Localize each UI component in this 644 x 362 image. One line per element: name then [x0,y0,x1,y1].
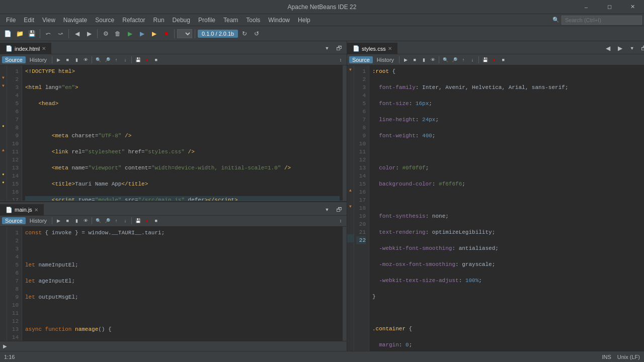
css-code-content[interactable]: :root { font-family: Inter, Avenir, Helv… [369,65,644,351]
open-button[interactable]: 📁 [14,28,25,39]
et-btn-5[interactable]: 🔍 [94,56,102,64]
et-btn-8[interactable]: ↓ [121,56,129,64]
tab-styles-css-close[interactable]: ✕ [388,46,392,51]
js-toggle-btn[interactable]: ↕ [337,217,345,225]
js-et-10[interactable]: ■ [152,217,160,225]
css-et-10[interactable]: ■ [499,56,507,64]
run-project-button[interactable]: ▶ [124,28,135,39]
js-tab-action-1[interactable]: ▼ [321,204,333,215]
maximize-button[interactable]: ◻ [598,0,621,14]
project-selector[interactable] [177,29,192,38]
css-tab-action[interactable]: ▼ [626,43,637,54]
refresh-button[interactable]: ↻ [239,28,250,39]
save-button[interactable]: 💾 [26,28,37,39]
js-source-btn[interactable]: Source [2,217,26,224]
js-history-btn[interactable]: History [27,217,50,224]
html-scrollbar[interactable] [343,65,347,201]
clean-button[interactable]: 🗑 [112,28,123,39]
js-et-7[interactable]: ↑ [112,217,120,225]
js-et-2[interactable]: ■ [63,217,71,225]
html-toggle-btn[interactable]: ↕ [337,56,345,64]
tab-index-html-close[interactable]: ✕ [42,46,46,51]
js-et-1[interactable]: ▶ [54,217,62,225]
js-bottom-icon[interactable]: ▶ [3,343,7,349]
menu-profile[interactable]: Profile [194,14,219,26]
run-version-button[interactable]: 0.1.0 / 2.0.1b [198,30,238,38]
redo-button[interactable]: ⤻ [55,28,66,39]
menu-edit[interactable]: Edit [20,14,38,26]
menu-team[interactable]: Team [219,14,242,26]
minimize-button[interactable]: – [575,0,598,14]
css-history-btn[interactable]: History [374,56,397,63]
css-toggle-pane[interactable]: ↕ [641,56,644,64]
new-file-button[interactable]: 📄 [2,28,13,39]
tab-index-html[interactable]: 📄 index.html ✕ [0,43,51,54]
menu-debug[interactable]: Debug [169,14,194,26]
js-et-4[interactable]: 👁 [82,217,90,225]
js-editor-toolbar: Source History ▶ ■ ▮ 👁 🔍 🔎 ↑ ↓ 💾 ● ■ ↕ [0,216,347,227]
et-btn-6[interactable]: 🔎 [103,56,111,64]
et-btn-3[interactable]: ▮ [72,56,80,64]
et-btn-10[interactable]: ■ [152,56,160,64]
html-history-btn[interactable]: History [27,56,50,63]
html-tab-action-2[interactable]: 🗗 [334,43,345,54]
menu-view[interactable]: View [38,14,59,26]
js-tab-action-2[interactable]: 🗗 [334,204,345,215]
css-toggle-btn[interactable]: 🗗 [638,43,644,54]
css-et-8[interactable]: ↓ [468,56,476,64]
profile-project-button[interactable]: ▶ [148,28,159,39]
html-code-content[interactable]: <!DOCTYPE html> <html lang="en"> <head> … [22,65,343,201]
undo-button[interactable]: ⤺ [43,28,54,39]
css-et-3[interactable]: ▮ [420,56,428,64]
et-btn-9[interactable]: 💾 [134,56,142,64]
js-et-3[interactable]: ▮ [72,217,80,225]
css-et-7[interactable]: ↑ [459,56,467,64]
css-et-9[interactable]: 💾 [481,56,489,64]
et-btn-4[interactable]: 👁 [82,56,90,64]
back-button[interactable]: ◀ [71,28,83,39]
et-btn-2[interactable]: ■ [63,56,71,64]
css-tab-next[interactable]: ▶ [614,43,625,54]
search-input[interactable] [561,16,642,25]
html-source-btn[interactable]: Source [2,56,26,63]
css-tab-prev[interactable]: ◀ [602,43,613,54]
forward-button[interactable]: ▶ [84,28,95,39]
et-sep-1 [52,56,52,63]
js-et-9[interactable]: 💾 [134,217,142,225]
js-record-btn[interactable]: ● [143,217,151,225]
et-btn-1[interactable]: ▶ [54,56,62,64]
build-button[interactable]: ⚙ [100,28,111,39]
close-button[interactable]: ✕ [621,0,644,14]
css-et-6[interactable]: 🔎 [450,56,458,64]
menu-refactor[interactable]: Refactor [118,14,149,26]
css-et-4[interactable]: 👁 [429,56,437,64]
js-et-6[interactable]: 🔎 [103,217,111,225]
css-source-btn[interactable]: Source [349,56,373,63]
css-et-5[interactable]: 🔍 [441,56,449,64]
tab-main-js-close[interactable]: ✕ [34,207,38,213]
css-et-2[interactable]: ■ [411,56,419,64]
menu-navigate[interactable]: Navigate [59,14,91,26]
menu-tools[interactable]: Tools [242,14,264,26]
css-ln-18: 18 [356,204,366,212]
gutter-line-13 [0,162,7,170]
debug-project-button[interactable]: ▶ [136,28,147,39]
css-et-1[interactable]: ▶ [401,56,410,64]
menu-window[interactable]: Window [264,14,294,26]
tab-main-js[interactable]: 📄 main.js ✕ [0,204,44,215]
reload-button[interactable]: ↺ [251,28,262,39]
menu-help[interactable]: Help [294,14,314,26]
stop-button[interactable]: ■ [160,28,172,39]
html-tab-action-1[interactable]: ▼ [321,43,333,54]
et-btn-7[interactable]: ↑ [112,56,120,64]
et-record-btn[interactable]: ● [143,56,151,64]
menu-source[interactable]: Source [91,14,118,26]
menu-run[interactable]: Run [149,14,169,26]
tab-styles-css[interactable]: 📄 styles.css ✕ [347,43,397,54]
js-et-8[interactable]: ↓ [121,217,129,225]
js-et-5[interactable]: 🔍 [94,217,102,225]
menu-file[interactable]: File [2,14,20,26]
js-code-content[interactable]: const { invoke } = window.__TAURI__.taur… [22,227,343,341]
css-record-btn[interactable]: ● [490,56,498,64]
js-scrollbar[interactable] [343,227,347,341]
